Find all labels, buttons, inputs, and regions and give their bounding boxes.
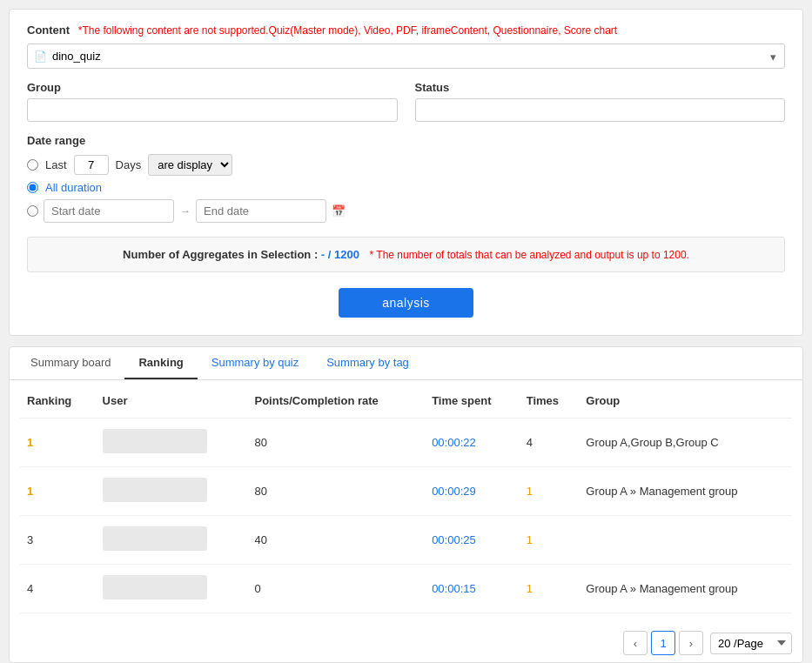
col-user: User	[96, 384, 248, 419]
cell-group: Group A,Group B,Group C	[579, 419, 792, 467]
aggregates-label: Number of Aggregates in Selection :	[123, 248, 318, 261]
cell-user	[96, 467, 248, 516]
group-field: Group	[27, 81, 398, 122]
content-warning: *The following content are not supported…	[78, 24, 617, 37]
status-input[interactable]	[415, 98, 786, 122]
cell-ranking: 3	[20, 516, 96, 565]
date-range-inputs: → 📅	[27, 199, 785, 223]
content-select-wrapper: 📄 dino_quiz ▾	[27, 44, 785, 69]
cell-time-spent: 00:00:25	[425, 516, 520, 565]
col-points: Points/Completion rate	[248, 384, 426, 419]
top-panel: Content *The following content are not s…	[9, 9, 803, 336]
cell-time-spent: 00:00:15	[425, 565, 520, 613]
per-page-select[interactable]: 20 /Page 50 /Page 100 /Page	[710, 633, 792, 654]
cell-points: 0	[248, 565, 426, 613]
cell-points: 40	[248, 516, 426, 565]
cell-user	[96, 565, 248, 613]
avatar	[103, 478, 207, 502]
last-days-row: Last Days are display	[27, 154, 785, 176]
cell-points: 80	[248, 419, 426, 467]
table-row: 18000:00:291Group A » Management group	[20, 467, 792, 516]
cell-group	[579, 516, 792, 565]
content-row: Content *The following content are not s…	[27, 23, 785, 37]
cell-group: Group A » Management group	[579, 565, 792, 613]
all-duration-row: All duration	[27, 181, 785, 194]
group-label: Group	[27, 81, 398, 94]
cell-group: Group A » Management group	[579, 467, 792, 516]
all-duration-radio[interactable]	[27, 182, 38, 193]
analysis-button[interactable]: analysis	[339, 288, 473, 318]
tab-summary-board[interactable]: Summary board	[17, 347, 124, 379]
cell-time-spent: 00:00:22	[425, 419, 520, 467]
group-status-row: Group Status	[27, 81, 785, 122]
tabs-row: Summary board Ranking Summary by quiz Su…	[10, 347, 802, 380]
file-icon: 📄	[34, 50, 47, 63]
content-select[interactable]: dino_quiz	[27, 44, 785, 69]
custom-date-radio[interactable]	[27, 205, 38, 217]
cell-ranking: 1	[20, 419, 96, 467]
status-label: Status	[415, 81, 786, 94]
cell-time-spent: 00:00:29	[425, 467, 520, 516]
cell-user	[96, 419, 248, 467]
group-input[interactable]	[27, 98, 398, 122]
date-range-label: Date range	[27, 134, 785, 147]
days-display-select[interactable]: are display	[148, 154, 232, 176]
end-date-input[interactable]	[196, 199, 326, 223]
last-days-input[interactable]	[74, 155, 109, 175]
table-row: 34000:00:251	[20, 516, 792, 565]
aggregates-note: * The number of totals that can be analy…	[370, 249, 689, 261]
tab-summary-by-tag[interactable]: Summary by tag	[312, 347, 423, 379]
analysis-btn-row: analysis	[27, 288, 785, 318]
col-group: Group	[579, 384, 792, 419]
pagination-row: ‹ 1 › 20 /Page 50 /Page 100 /Page	[10, 624, 802, 662]
cell-times: 1	[520, 516, 580, 565]
table-row: 4000:00:151Group A » Management group	[20, 565, 792, 613]
cell-times: 1	[520, 467, 580, 516]
current-page-button[interactable]: 1	[651, 631, 675, 655]
last-days-radio[interactable]	[27, 159, 38, 171]
table-header-row: Ranking User Points/Completion rate Time…	[20, 384, 792, 419]
content-label: Content	[27, 23, 70, 37]
status-field: Status	[415, 81, 786, 122]
arrow-icon: →	[179, 204, 191, 218]
all-duration-label: All duration	[45, 181, 102, 194]
date-range-section: Date range Last Days are display All dur…	[27, 134, 785, 223]
last-label: Last	[45, 158, 67, 171]
prev-page-button[interactable]: ‹	[623, 631, 648, 655]
next-page-button[interactable]: ›	[679, 631, 703, 655]
col-ranking: Ranking	[20, 384, 96, 419]
avatar	[103, 575, 207, 599]
ranking-table: Ranking User Points/Completion rate Time…	[20, 384, 792, 613]
cell-times: 1	[520, 565, 580, 613]
start-date-input[interactable]	[44, 199, 174, 223]
cell-ranking: 4	[20, 565, 96, 613]
aggregates-value: - / 1200	[321, 248, 359, 261]
tab-summary-by-quiz[interactable]: Summary by quiz	[198, 347, 312, 379]
col-time-spent: Time spent	[425, 384, 520, 419]
aggregates-box: Number of Aggregates in Selection : - / …	[27, 237, 785, 272]
col-times: Times	[520, 384, 580, 419]
avatar	[103, 526, 207, 551]
cell-times: 4	[520, 419, 580, 467]
tab-ranking[interactable]: Ranking	[124, 347, 197, 379]
cell-user	[96, 516, 248, 565]
cell-ranking: 1	[20, 467, 96, 516]
cell-points: 80	[248, 467, 426, 516]
table-wrapper: Ranking User Points/Completion rate Time…	[10, 384, 802, 624]
bottom-panel: Summary board Ranking Summary by quiz Su…	[9, 346, 803, 663]
table-row: 18000:00:224Group A,Group B,Group C	[20, 419, 792, 467]
calendar-icon[interactable]: 📅	[332, 204, 346, 218]
days-label: Days	[116, 158, 142, 171]
avatar	[103, 429, 207, 453]
